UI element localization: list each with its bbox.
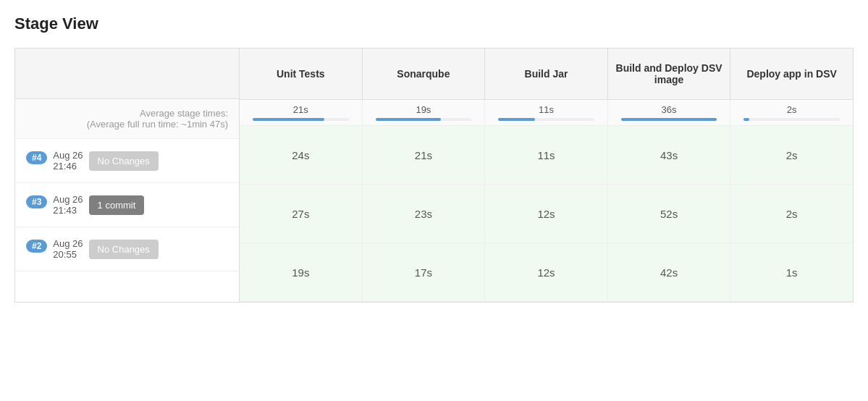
build-time-2: 20:55 — [53, 249, 83, 260]
header-cell-build-deploy-dsv: Build and Deploy DSV image — [608, 48, 731, 99]
avg-bar-container-2 — [498, 118, 594, 121]
avg-bar-3 — [621, 118, 717, 121]
avg-time-2: 11s — [491, 104, 602, 115]
build-left-#3: #3Aug 26 21:431 commit — [15, 183, 240, 227]
header-cell-deploy-app-dsv: Deploy app in DSV — [730, 48, 853, 99]
average-label: Average stage times: (Average full run t… — [15, 99, 239, 139]
stage-cell-1-4: 2s — [730, 185, 853, 242]
stage-cell-0-2: 11s — [485, 126, 608, 184]
build-date-2: Aug 26 — [53, 238, 83, 249]
stage-cell-1-1: 23s — [363, 185, 486, 242]
stage-view: Average stage times: (Average full run t… — [14, 48, 854, 303]
avg-cell-3: 36s — [608, 100, 731, 125]
right-panel: Unit TestsSonarqubeBuild JarBuild and De… — [240, 48, 853, 302]
avg-time-0: 21s — [245, 104, 356, 115]
stage-cell-0-1: 21s — [363, 126, 486, 184]
avg-bar-container-3 — [621, 118, 717, 121]
build-status-2[interactable]: No Changes — [89, 240, 159, 259]
avg-time-4: 2s — [736, 104, 847, 115]
build-time-1: 21:43 — [53, 205, 83, 216]
stage-row-0: 24s21s11s43s2s — [240, 126, 853, 185]
avg-time-1: 19s — [368, 104, 479, 115]
build-badge-2[interactable]: #2 — [26, 240, 47, 253]
stage-cell-2-0: 19s — [240, 243, 363, 301]
build-date-1: Aug 26 — [53, 194, 83, 205]
avg-cell-2: 11s — [485, 100, 608, 125]
page-title: Stage View — [14, 14, 854, 33]
build-info-2: Aug 26 20:55 — [53, 238, 83, 260]
avg-bar-container-0 — [253, 118, 349, 121]
stage-cell-1-2: 12s — [485, 185, 608, 242]
build-badge-0[interactable]: #4 — [26, 151, 47, 164]
build-left-#4: #4Aug 26 21:46No Changes — [15, 139, 240, 183]
average-row: 21s 19s 11s 36s 2s — [240, 100, 853, 126]
header-row: Unit TestsSonarqubeBuild JarBuild and De… — [240, 48, 853, 100]
avg-cell-0: 21s — [240, 100, 363, 125]
avg-time-3: 36s — [614, 104, 725, 115]
build-status-1[interactable]: 1 commit — [89, 195, 145, 215]
stage-cell-0-4: 2s — [730, 126, 853, 184]
avg-bar-container-4 — [743, 118, 840, 121]
stage-cell-2-2: 12s — [485, 243, 608, 301]
build-status-0[interactable]: No Changes — [89, 151, 159, 171]
avg-stage-label: Average stage times: — [87, 108, 228, 119]
avg-bar-2 — [498, 118, 534, 121]
avg-bar-4 — [743, 118, 749, 121]
stage-cell-1-0: 27s — [240, 185, 363, 242]
header-cell-unit-tests: Unit Tests — [240, 48, 363, 99]
avg-bar-0 — [253, 118, 324, 121]
stage-cell-1-3: 52s — [608, 185, 731, 242]
build-left-#2: #2Aug 26 20:55No Changes — [15, 227, 240, 271]
stage-row-1: 27s23s12s52s2s — [240, 185, 853, 243]
build-date-0: Aug 26 — [53, 150, 83, 161]
build-time-0: 21:46 — [53, 161, 83, 172]
header-cell-sonarqube: Sonarqube — [363, 48, 486, 99]
build-info-1: Aug 26 21:43 — [53, 194, 83, 216]
build-badge-1[interactable]: #3 — [26, 195, 47, 208]
stage-row-2: 19s17s12s42s1s — [240, 243, 853, 302]
build-info-0: Aug 26 21:46 — [53, 150, 83, 172]
avg-fullrun-label: (Average full run time: ~1min 47s) — [87, 119, 228, 130]
stage-cell-0-0: 24s — [240, 126, 363, 184]
header-cell-build-jar: Build Jar — [485, 48, 608, 99]
stage-cell-2-4: 1s — [730, 243, 853, 301]
avg-bar-container-1 — [376, 118, 472, 121]
stage-cell-2-3: 42s — [608, 243, 731, 301]
avg-bar-1 — [376, 118, 441, 121]
stage-cell-2-1: 17s — [363, 243, 486, 301]
avg-cell-1: 19s — [363, 100, 486, 125]
stage-cell-0-3: 43s — [608, 126, 731, 184]
avg-cell-4: 2s — [730, 100, 853, 125]
